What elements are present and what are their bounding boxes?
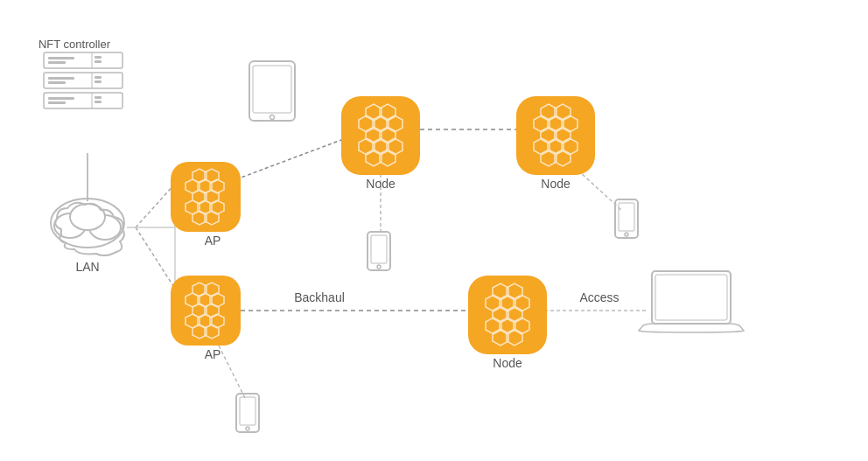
svg-line-0: [136, 184, 175, 227]
svg-rect-34: [249, 61, 295, 121]
svg-rect-26: [94, 96, 102, 99]
svg-rect-28: [48, 97, 74, 100]
svg-rect-20: [94, 76, 102, 79]
phone-icon-middle-left: [368, 232, 390, 270]
svg-rect-15: [94, 60, 102, 63]
phone-icon-bottom: [236, 394, 259, 432]
nft-controller-icon: [44, 52, 122, 108]
svg-rect-21: [94, 80, 102, 83]
laptop-icon: [639, 271, 744, 332]
node-top-left-honeycomb: [341, 96, 420, 175]
svg-rect-14: [94, 56, 102, 59]
svg-point-104: [377, 265, 381, 269]
node-top-right-label: Node: [541, 177, 570, 191]
svg-rect-16: [48, 57, 74, 59]
svg-line-1: [136, 227, 175, 289]
svg-rect-29: [48, 101, 66, 104]
network-diagram: NFT controller LAN: [0, 0, 868, 461]
svg-rect-27: [94, 101, 102, 103]
svg-rect-111: [652, 271, 731, 324]
svg-point-107: [625, 233, 628, 236]
node-top-left-label: Node: [366, 177, 396, 191]
svg-rect-18: [44, 73, 122, 88]
svg-rect-112: [655, 275, 727, 320]
ap-top-honeycomb: [171, 162, 241, 232]
nft-controller-label: NFT controller: [38, 38, 111, 51]
tablet-icon: [249, 61, 295, 121]
svg-rect-17: [48, 61, 66, 64]
svg-point-110: [246, 427, 249, 430]
svg-rect-103: [371, 235, 387, 263]
svg-rect-35: [253, 66, 291, 113]
ap-top-label: AP: [205, 234, 221, 248]
backhaul-label: Backhaul: [294, 290, 345, 304]
node-bottom-honeycomb: [468, 276, 547, 354]
svg-rect-109: [240, 397, 256, 425]
lan-icon: [51, 199, 124, 255]
svg-rect-106: [619, 203, 634, 231]
node-bottom-label: Node: [493, 356, 522, 370]
svg-rect-22: [48, 77, 74, 80]
svg-line-4: [236, 140, 341, 179]
ap-bottom-honeycomb: [171, 276, 241, 346]
svg-rect-12: [44, 52, 122, 68]
svg-rect-23: [48, 81, 66, 84]
access-label: Access: [579, 290, 619, 304]
lan-label: LAN: [75, 260, 99, 274]
node-top-right-honeycomb: [516, 96, 595, 175]
svg-point-36: [270, 115, 275, 120]
svg-line-10: [219, 346, 245, 398]
svg-rect-24: [44, 93, 122, 108]
phone-icon-top-right: [615, 199, 638, 238]
ap-bottom-label: AP: [205, 347, 221, 361]
